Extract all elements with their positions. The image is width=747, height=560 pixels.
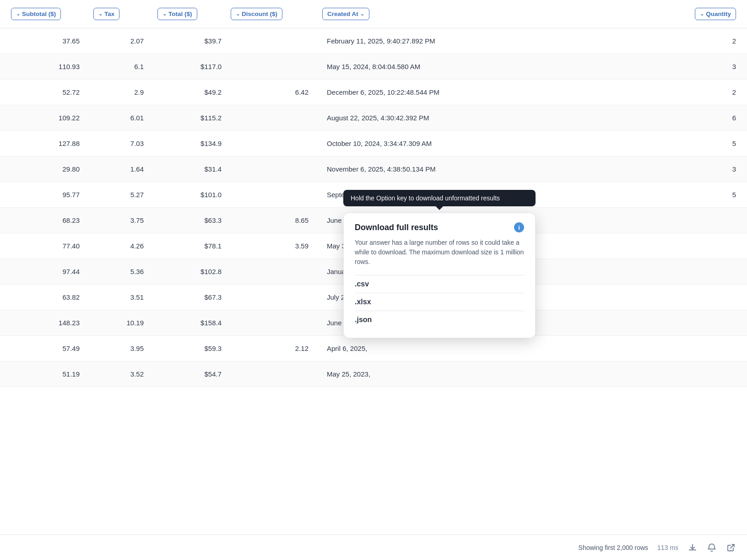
download-panel-description: Your answer has a large number of rows s… [355, 238, 524, 267]
chevron-down-icon: ⌄ [162, 11, 167, 17]
cell-subtotal: 109.22 [11, 114, 93, 122]
external-link-icon[interactable] [726, 543, 736, 553]
cell-discount: 6.42 [231, 88, 322, 96]
download-panel-title: Download full results [355, 223, 438, 232]
table-row: 109.22 6.01 $115.2 August 22, 2025, 4:30… [0, 105, 747, 131]
cell-total: $49.2 [157, 88, 231, 96]
cell-tax: 4.26 [93, 242, 157, 250]
col-header-tax[interactable]: ⌄ Tax [93, 8, 157, 20]
download-csv[interactable]: .csv [355, 275, 524, 293]
chevron-down-icon: ⌄ [700, 11, 704, 17]
cell-total: $54.7 [157, 370, 231, 378]
tooltip-bubble: Hold the Option key to download unformat… [343, 190, 536, 206]
cell-quantity: 2 [654, 88, 736, 96]
cell-subtotal: 148.23 [11, 319, 93, 327]
col-label-discount: Discount ($) [242, 11, 277, 17]
cell-quantity: 5 [654, 140, 736, 147]
col-header-quantity[interactable]: ⌄ Quantity [654, 8, 736, 20]
chevron-down-icon: ⌄ [98, 11, 103, 17]
cell-total: $63.3 [157, 216, 231, 224]
info-icon[interactable]: i [514, 222, 524, 232]
download-icon[interactable] [687, 543, 698, 553]
col-label-subtotal: Subtotal ($) [22, 11, 56, 17]
cell-subtotal: 57.49 [11, 345, 93, 352]
cell-tax: 2.9 [93, 88, 157, 96]
download-panel-header: Download full results i [355, 222, 524, 232]
cell-total: $101.0 [157, 191, 231, 199]
cell-subtotal: 68.23 [11, 216, 93, 224]
table-wrapper: ⌄ Subtotal ($) ⌄ Tax ⌄ Total ($) ⌄ Disco… [0, 0, 747, 560]
table-row: 52.72 2.9 $49.2 6.42 December 6, 2025, 1… [0, 80, 747, 105]
cell-total: $115.2 [157, 114, 231, 122]
cell-subtotal: 37.65 [11, 37, 93, 45]
cell-quantity: 2 [654, 37, 736, 45]
cell-discount: 2.12 [231, 345, 322, 352]
cell-tax: 3.52 [93, 370, 157, 378]
cell-total: $102.8 [157, 268, 231, 275]
cell-tax: 10.19 [93, 319, 157, 327]
download-xlsx[interactable]: .xlsx [355, 293, 524, 311]
cell-tax: 1.64 [93, 165, 157, 173]
table-footer: Showing first 2,000 rows 113 ms [0, 534, 747, 560]
cell-tax: 6.01 [93, 114, 157, 122]
cell-quantity: 5 [654, 191, 736, 199]
footer-ms: 113 ms [657, 544, 678, 551]
footer-row-count: Showing first 2,000 rows [579, 544, 649, 551]
cell-createdat: November 6, 2025, 4:38:50.134 PM [322, 165, 654, 173]
cell-total: $59.3 [157, 345, 231, 352]
cell-createdat: February 11, 2025, 9:40:27.892 PM [322, 37, 654, 45]
cell-total: $78.1 [157, 242, 231, 250]
cell-createdat: October 10, 2024, 3:34:47.309 AM [322, 140, 654, 147]
col-header-discount[interactable]: ⌄ Discount ($) [231, 8, 322, 20]
cell-tax: 6.1 [93, 63, 157, 70]
col-label-createdat: Created At [327, 11, 358, 17]
cell-quantity: 6 [654, 114, 736, 122]
bell-icon[interactable] [707, 543, 717, 553]
cell-subtotal: 29.80 [11, 165, 93, 173]
cell-total: $117.0 [157, 63, 231, 70]
col-label-tax: Tax [104, 11, 114, 17]
cell-discount: 3.59 [231, 242, 322, 250]
cell-tax: 2.07 [93, 37, 157, 45]
download-overlay: Hold the Option key to download unformat… [343, 190, 536, 338]
download-json[interactable]: .json [355, 311, 524, 328]
cell-tax: 3.51 [93, 293, 157, 301]
table-row: 57.49 3.95 $59.3 2.12 April 6, 2025, [0, 336, 747, 361]
col-header-total[interactable]: ⌄ Total ($) [157, 8, 231, 20]
tooltip-text: Hold the Option key to download unformat… [351, 194, 500, 202]
cell-total: $67.3 [157, 293, 231, 301]
table-row: 29.80 1.64 $31.4 November 6, 2025, 4:38:… [0, 156, 747, 182]
cell-tax: 5.27 [93, 191, 157, 199]
table-row: 37.65 2.07 $39.7 February 11, 2025, 9:40… [0, 28, 747, 54]
download-panel: Download full results i Your answer has … [343, 213, 536, 338]
cell-createdat: April 6, 2025, [322, 345, 654, 352]
cell-tax: 7.03 [93, 140, 157, 147]
cell-tax: 3.95 [93, 345, 157, 352]
cell-createdat: August 22, 2025, 4:30:42.392 PM [322, 114, 654, 122]
cell-total: $39.7 [157, 37, 231, 45]
table-row: 51.19 3.52 $54.7 May 25, 2023, [0, 361, 747, 387]
cell-subtotal: 95.77 [11, 191, 93, 199]
cell-subtotal: 97.44 [11, 268, 93, 275]
cell-tax: 3.75 [93, 216, 157, 224]
cell-subtotal: 63.82 [11, 293, 93, 301]
chevron-down-icon: ⌄ [16, 11, 20, 17]
table-row: 127.88 7.03 $134.9 October 10, 2024, 3:3… [0, 131, 747, 156]
cell-quantity: 3 [654, 165, 736, 173]
cell-subtotal: 51.19 [11, 370, 93, 378]
cell-createdat: May 15, 2024, 8:04:04.580 AM [322, 63, 654, 70]
cell-quantity: 3 [654, 63, 736, 70]
chevron-down-icon: ⌄ [236, 11, 240, 17]
cell-total: $31.4 [157, 165, 231, 173]
cell-createdat: December 6, 2025, 10:22:48.544 PM [322, 88, 654, 96]
cell-createdat: May 25, 2023, [322, 370, 654, 378]
cell-subtotal: 127.88 [11, 140, 93, 147]
col-header-subtotal[interactable]: ⌄ Subtotal ($) [11, 8, 93, 20]
chevron-down-icon: ⌄ [360, 11, 364, 17]
col-label-total: Total ($) [168, 11, 192, 17]
cell-total: $158.4 [157, 319, 231, 327]
cell-subtotal: 77.40 [11, 242, 93, 250]
table-row: 110.93 6.1 $117.0 May 15, 2024, 8:04:04.… [0, 54, 747, 80]
cell-tax: 5.36 [93, 268, 157, 275]
col-header-createdat[interactable]: Created At ⌄ [322, 8, 654, 20]
